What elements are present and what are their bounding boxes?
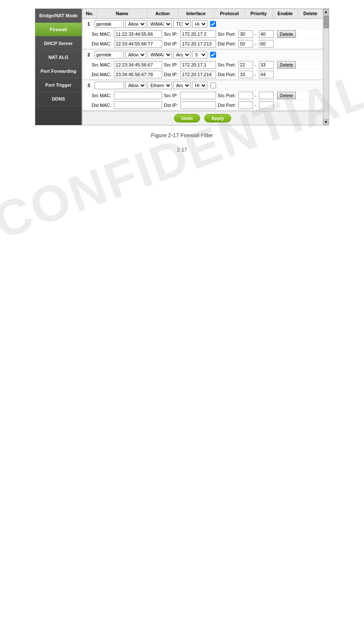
dst-mac-label-2: Dst MAC:: [92, 72, 111, 77]
src-port-label-2: Src Port:: [218, 62, 236, 67]
src-port-dash-1: -: [255, 32, 256, 37]
rule-block-3: 3 Allow Deny Ethernet WiMAX An: [82, 80, 323, 111]
sidebar-item-port-forwarding[interactable]: Port Forwarding: [35, 64, 82, 78]
rule-1-action-select[interactable]: Allow Deny: [125, 20, 146, 28]
rule-3-number: 3: [84, 83, 93, 88]
apply-button[interactable]: Apply: [204, 114, 232, 122]
dst-port-dash-1: -: [255, 41, 256, 46]
src-ip-label-1: Src IP:: [164, 32, 178, 37]
src-ip-label-2: Src IP:: [164, 62, 178, 67]
src-port-dash-2: -: [255, 62, 256, 67]
rule-2-delete-button[interactable]: Delete: [277, 61, 296, 69]
src-mac-label-2: Src MAC:: [92, 62, 111, 67]
rule-2-dst-port-from[interactable]: [238, 71, 253, 78]
rule-3-priority-select[interactable]: Hi 1 2 3: [192, 82, 207, 89]
rule-2-dst-ip-input[interactable]: [180, 71, 216, 78]
rule-3-delete-button[interactable]: Delete: [277, 92, 296, 99]
rule-3-action-select[interactable]: Allow Deny: [125, 82, 146, 89]
rule-3-dst-mac-input[interactable]: [114, 101, 162, 109]
dst-mac-label-3: Dst MAC:: [92, 103, 111, 108]
rule-2-number: 2: [84, 52, 93, 57]
rule-2-top-row: 2 Allow Deny WiMAX Ethernet An: [82, 50, 323, 60]
page-number: 2-17: [177, 147, 187, 153]
rule-1-protocol-select[interactable]: TCP UDP Any: [173, 20, 191, 28]
rule-3-src-port-from[interactable]: [238, 92, 253, 99]
undo-button[interactable]: Undo: [174, 114, 200, 122]
sidebar-item-port-trigger[interactable]: Port Trigger: [35, 78, 82, 92]
rule-block-1: 1 Allow Deny WiMAX Ethernet TC: [82, 19, 323, 50]
rule-3-dst-ip-input[interactable]: [180, 101, 216, 109]
rule-3-name-input[interactable]: [95, 82, 124, 89]
scroll-thumb[interactable]: [324, 16, 329, 28]
dst-port-dash-3: -: [255, 103, 256, 108]
rule-1-number: 1: [84, 21, 93, 27]
rule-3-protocol-select[interactable]: Any TCP UDP: [173, 82, 191, 89]
rule-2-protocol-select[interactable]: Any TCP UDP: [173, 51, 191, 58]
dst-port-label-2: Dst Port:: [218, 72, 236, 77]
rule-3-interface-select[interactable]: Ethernet WiMAX: [148, 82, 172, 89]
rule-2-src-mac-input[interactable]: [114, 61, 162, 69]
rule-2-name-input[interactable]: [95, 51, 124, 58]
rule-2-src-row: Src MAC: Src IP: Src Port: - Delete: [82, 60, 323, 70]
dst-port-label-3: Dst Port:: [218, 103, 236, 108]
dst-port-label-1: Dst Port:: [218, 41, 236, 46]
table-header: No. Name Action Interface Protocol Prior…: [82, 9, 323, 19]
sidebar-item-dhcp-server[interactable]: DHCP Server: [35, 37, 82, 50]
src-ip-label-3: Src IP:: [164, 93, 178, 98]
dst-port-dash-2: -: [255, 72, 256, 77]
rule-2-enable-checkbox[interactable]: [210, 52, 216, 58]
rule-3-dst-port-to[interactable]: [259, 101, 274, 109]
scroll-down-arrow[interactable]: ▼: [323, 119, 329, 125]
rule-1-dst-ip-input[interactable]: [180, 40, 216, 48]
sidebar-item-ddns[interactable]: DDNS: [35, 92, 82, 106]
page-container: CONFIDENTIAL Bridge/NAT Mode Firewall DH…: [0, 0, 364, 624]
col-interface: Interface: [178, 9, 214, 19]
sidebar: Bridge/NAT Mode Firewall DHCP Server NAT…: [35, 9, 82, 125]
rule-1-enable-checkbox[interactable]: [210, 21, 216, 27]
scrollbar[interactable]: ▲ ▼: [323, 9, 329, 125]
rule-2-dst-port-to[interactable]: [259, 71, 274, 78]
rule-1-src-mac-input[interactable]: [114, 30, 162, 38]
rule-1-src-port-to[interactable]: [259, 30, 274, 38]
sidebar-item-firewall[interactable]: Firewall: [35, 23, 82, 37]
rule-3-dst-port-from[interactable]: [238, 101, 253, 109]
rule-2-interface-select[interactable]: WiMAX Ethernet: [148, 51, 172, 58]
rule-1-src-port-from[interactable]: [238, 30, 253, 38]
rule-1-name-input[interactable]: [95, 20, 124, 28]
rule-1-dst-mac-input[interactable]: [114, 40, 162, 48]
rule-3-src-mac-input[interactable]: [114, 92, 162, 99]
col-priority: Priority: [245, 9, 272, 19]
src-port-label-1: Src Port:: [218, 32, 236, 37]
col-delete: Delete: [298, 9, 323, 19]
sidebar-item-nat-alg[interactable]: NAT ALG: [35, 50, 82, 64]
rule-1-dst-port-to[interactable]: [259, 40, 274, 48]
rule-3-src-port-to[interactable]: [259, 92, 274, 99]
col-name: Name: [97, 9, 147, 19]
col-protocol: Protocol: [214, 9, 245, 19]
rule-2-dst-row: Dst MAC: Dst IP: Dst Port: -: [82, 70, 323, 80]
rule-2-priority-select[interactable]: 3 Hi 1 2: [192, 51, 207, 58]
rule-3-src-ip-input[interactable]: [180, 92, 216, 99]
rule-3-dst-row: Dst MAC: Dst IP: Dst Port: -: [82, 101, 323, 110]
rule-2-action-select[interactable]: Allow Deny: [125, 51, 146, 58]
rule-1-interface-select[interactable]: WiMAX Ethernet: [148, 20, 172, 28]
rule-3-enable-checkbox[interactable]: [210, 82, 216, 88]
content-area: No. Name Action Interface Protocol Prior…: [82, 9, 329, 125]
scroll-up-arrow[interactable]: ▲: [323, 9, 329, 15]
sidebar-item-bridge-nat[interactable]: Bridge/NAT Mode: [35, 9, 82, 23]
rule-2-src-port-from[interactable]: [238, 61, 253, 69]
figure-caption: Figure 2-17 Firewall Filter: [151, 132, 213, 138]
rule-2-src-port-to[interactable]: [259, 61, 274, 69]
dst-mac-label-1: Dst MAC:: [92, 41, 111, 46]
src-port-label-3: Src Port:: [218, 93, 236, 98]
rule-1-dst-port-from[interactable]: [238, 40, 253, 48]
rule-2-src-ip-input[interactable]: [180, 61, 216, 69]
rule-2-dst-mac-input[interactable]: [114, 71, 162, 78]
rule-1-src-row: Src MAC: Src IP: Src Port: - Delete: [82, 29, 323, 39]
dst-ip-label-2: Dst IP:: [164, 72, 178, 77]
rule-1-src-ip-input[interactable]: [180, 30, 216, 38]
src-mac-label-1: Src MAC:: [92, 32, 111, 37]
rule-1-priority-select[interactable]: Hi 1 2 3: [192, 20, 207, 28]
main-content-row: No. Name Action Interface Protocol Prior…: [82, 9, 329, 125]
rule-1-delete-button[interactable]: Delete: [277, 30, 296, 38]
